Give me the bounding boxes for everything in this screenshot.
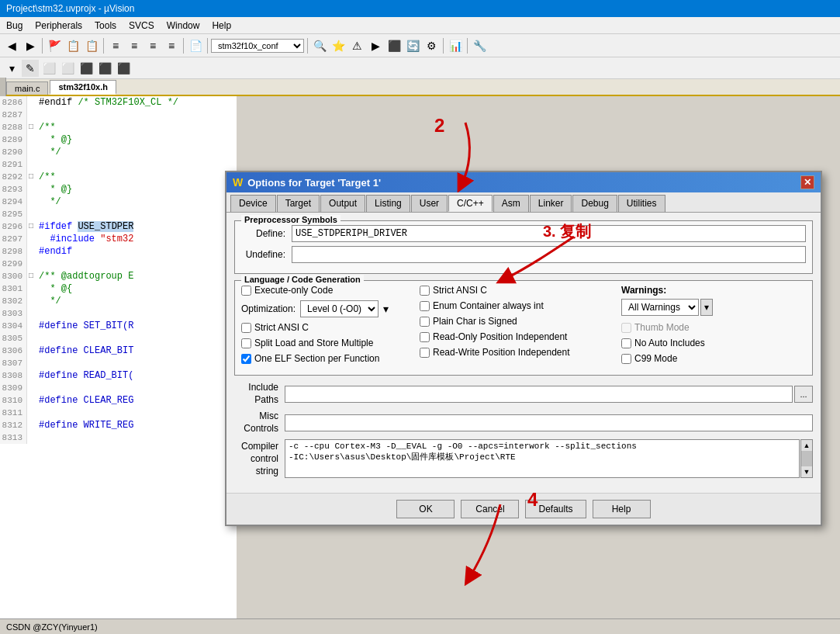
readonly-pos-check[interactable] (420, 332, 430, 342)
compiler-textarea[interactable] (285, 439, 800, 478)
copy3-btn[interactable]: ⬜ (40, 60, 57, 77)
code-line-8295: 8295 (0, 208, 237, 220)
code-line-8301: 8301 * @{ (0, 282, 237, 295)
execute-only-check[interactable] (241, 286, 251, 296)
dialog-tab-asm[interactable]: Asm (493, 195, 529, 212)
c99-mode-check[interactable] (621, 354, 631, 364)
optimize-time-label: Strict ANSI C (254, 322, 309, 333)
dialog-tab-debug[interactable]: Debug (572, 195, 617, 212)
star-btn[interactable]: ⭐ (330, 37, 347, 54)
warning-btn[interactable]: ⚠ (348, 37, 365, 54)
stop-btn[interactable]: ⬛ (385, 37, 403, 54)
file-dropdown[interactable]: stm32f10x_conf (211, 39, 304, 53)
opt-select[interactable]: Level 0 (-O0) (300, 300, 379, 317)
dialog-tab-user[interactable]: User (411, 195, 448, 212)
dialog-tab-output[interactable]: Output (320, 195, 365, 212)
include-paths-label: Include Paths (234, 382, 285, 406)
copy1-btn[interactable]: 📋 (64, 37, 81, 54)
blue-btn[interactable]: ⬛ (115, 60, 132, 77)
view-btn[interactable]: 📊 (447, 37, 464, 54)
defaults-btn[interactable]: Defaults (525, 500, 586, 518)
thumb-mode-check[interactable] (621, 323, 631, 333)
dropdown-btn[interactable]: ▾ (3, 60, 20, 77)
code-line-8296: 8296 □ #ifdef USE_STDPER (0, 220, 237, 233)
menu-peripherals[interactable]: Peripherals (29, 19, 88, 33)
forward-btn[interactable]: ▶ (22, 37, 39, 54)
opt-dropdown-icon[interactable]: ▾ (383, 303, 389, 315)
copy4-btn[interactable]: ⬜ (59, 60, 76, 77)
search-btn[interactable]: 🔍 (311, 37, 328, 54)
cancel-btn[interactable]: Cancel (461, 500, 519, 518)
align-btn2[interactable]: ≡ (126, 37, 143, 54)
dialog-tab-target[interactable]: Target (277, 195, 320, 212)
readonly-pos-label: Read-Only Position Independent (433, 331, 567, 342)
define-input[interactable] (292, 225, 806, 242)
no-auto-includes-check[interactable] (621, 338, 631, 348)
align-btn4[interactable]: ≡ (163, 37, 180, 54)
include-paths-input[interactable] (285, 386, 793, 403)
split-load-check[interactable] (241, 338, 251, 348)
code-line-8289: 8289 * @} (0, 133, 237, 146)
readwrite-pos-check[interactable] (420, 348, 430, 358)
cursor-btn[interactable]: ✎ (22, 60, 39, 77)
dialog-tab-cpp[interactable]: C/C++ (448, 195, 493, 212)
no-auto-includes-label: No Auto Includes (634, 338, 705, 348)
plain-char-label: Plain Char is Signed (433, 316, 517, 327)
warnings-select[interactable]: All Warnings (621, 299, 699, 316)
dialog-tab-linker[interactable]: Linker (530, 195, 572, 212)
strict-ansi-check[interactable] (420, 286, 430, 296)
align-btn3[interactable]: ≡ (144, 37, 161, 54)
sep2 (103, 38, 104, 54)
compiler-scroll-down[interactable]: ▼ (801, 466, 812, 477)
teal-btn[interactable]: ⬛ (96, 60, 113, 77)
include-browse-btn[interactable]: ... (794, 386, 813, 403)
readonly-pos-row: Read-Only Position Independent (420, 331, 614, 342)
menu-help[interactable]: Help (206, 19, 237, 33)
dialog-tab-utilities[interactable]: Utilities (618, 195, 665, 212)
plain-char-check[interactable] (420, 317, 430, 327)
align-btn1[interactable]: ≡ (107, 37, 124, 54)
settings-btn[interactable]: 🔧 (471, 37, 488, 54)
optimize-time-row: Strict ANSI C (241, 322, 412, 333)
define-row: Define: (241, 225, 806, 242)
menu-bug[interactable]: Bug (0, 19, 29, 33)
c99-mode-label: C99 Mode (634, 353, 677, 364)
help-btn[interactable]: Help (593, 500, 651, 518)
misc-controls-input[interactable] (285, 414, 813, 431)
warnings-dropdown-btn[interactable]: ▾ (700, 299, 713, 316)
sep7 (467, 38, 468, 54)
code-area[interactable]: 8286 #endif /* STM32F10X_CL */ 8287 8288… (0, 96, 237, 634)
dialog-close-btn[interactable]: ✕ (800, 175, 814, 189)
tab-stm32[interactable]: stm32f10x.h (50, 80, 116, 95)
code-line-8291: 8291 (0, 158, 237, 171)
flag-btn[interactable]: 🚩 (46, 37, 63, 54)
compiler-scrollbar: ▲ ▼ (800, 439, 813, 478)
dialog-tab-device[interactable]: Device (230, 195, 276, 212)
tab-mainc[interactable]: main.c (6, 81, 48, 95)
dialog-content: Preprocessor Symbols Define: Undefine: L… (226, 213, 821, 493)
optimize-time-check[interactable] (241, 323, 251, 333)
compiler-scroll-up[interactable]: ▲ (801, 440, 812, 451)
toolbar-2: ▾ ✎ ⬜ ⬜ ⬛ ⬛ ⬛ (0, 57, 840, 79)
one-elf-check[interactable] (241, 354, 251, 364)
doc-btn[interactable]: 📄 (187, 37, 204, 54)
ok-btn[interactable]: OK (396, 500, 455, 518)
run-btn[interactable]: ▶ (367, 37, 384, 54)
green-btn[interactable]: ⬛ (78, 60, 95, 77)
no-auto-includes-row: No Auto Includes (621, 338, 806, 348)
copy2-btn[interactable]: 📋 (83, 37, 100, 54)
dialog-tab-listing[interactable]: Listing (366, 195, 410, 212)
code-line-8309: 8309 (0, 382, 237, 394)
enum-container-row: Enum Container always int (420, 300, 614, 311)
loop-btn[interactable]: 🔄 (404, 37, 421, 54)
enum-container-check[interactable] (420, 301, 430, 311)
menu-window[interactable]: Window (161, 19, 206, 33)
gear-btn[interactable]: ⚙ (423, 37, 440, 54)
back-btn[interactable]: ◀ (3, 37, 20, 54)
one-elf-label: One ELF Section per Function (254, 353, 379, 364)
menu-tools[interactable]: Tools (88, 19, 123, 33)
thumb-mode-row: Thumb Mode (621, 322, 806, 333)
undefine-input[interactable] (292, 246, 806, 263)
menu-svcs[interactable]: SVCS (123, 19, 161, 33)
code-line-8290: 8290 */ (0, 146, 237, 158)
